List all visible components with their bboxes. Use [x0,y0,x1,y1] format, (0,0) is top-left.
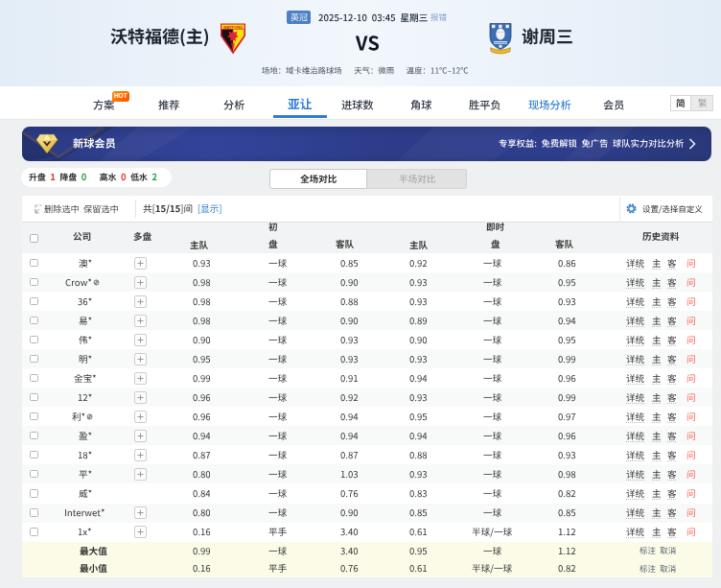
svg-text:WATFORD: WATFORD [223,25,243,30]
